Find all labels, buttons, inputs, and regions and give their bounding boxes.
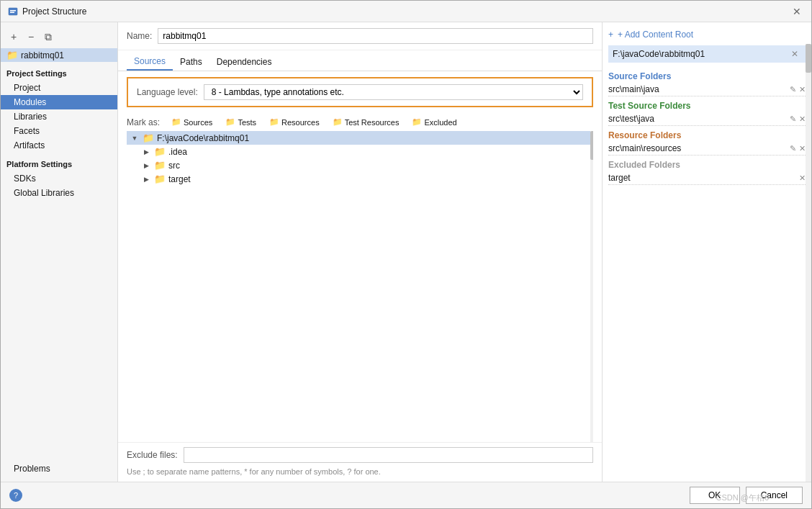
source-folders-item-icons-0: ✎ ✕ (790, 85, 806, 94)
right-panel-content: + + Add Content Root F:\javaCode\rabbitm… (603, 22, 811, 482)
root-folder-icon: 📁 (143, 132, 154, 143)
target-folder-icon: 📁 (154, 174, 166, 184)
sidebar-label-global-libraries: Global Libraries (14, 188, 74, 198)
target-folder-label: target (168, 174, 191, 184)
excluded-folders-title: Excluded Folders (608, 156, 806, 171)
language-level-label: Language level: (137, 87, 198, 97)
tests-btn-label: Tests (238, 118, 256, 127)
tab-sources[interactable]: Sources (127, 53, 173, 71)
test-source-folders-item-0: src\test\java ✎ ✕ (608, 112, 806, 126)
right-panel-scrollbar[interactable] (806, 44, 811, 482)
test-resources-btn-label: Test Resources (345, 118, 400, 127)
svg-rect-1 (10, 10, 16, 12)
module-folder-icon: 📁 (6, 50, 18, 60)
src-folder-icon: 📁 (154, 160, 166, 171)
resource-folders-item-0: src\main\resources ✎ ✕ (608, 142, 806, 156)
mark-as-row: Mark as: 📁 Sources 📁 Tests 📁 Resources 📁… (118, 113, 602, 131)
resource-folders-item-icons-0: ✎ ✕ (790, 144, 806, 153)
name-row: Name: (118, 22, 602, 50)
svg-rect-2 (10, 12, 14, 13)
tests-folder-icon: 📁 (225, 117, 235, 127)
mark-resources-button[interactable]: 📁 Resources (265, 116, 324, 128)
sidebar-toolbar: + − ⧉ (1, 28, 117, 48)
language-level-select[interactable]: 8 - Lambdas, type annotations etc. 7 - D… (204, 84, 583, 100)
tabs-row: Sources Paths Dependencies (118, 50, 602, 71)
mark-tests-button[interactable]: 📁 Tests (221, 116, 261, 128)
excluded-folder-icon: 📁 (412, 117, 422, 127)
expand-icon-target: ▶ (141, 174, 151, 184)
resources-folder-icon: 📁 (269, 117, 279, 127)
add-content-root-button[interactable]: + + Add Content Root (608, 28, 806, 45)
tree-item-target[interactable]: ▶ 📁 target (127, 172, 593, 186)
sidebar-item-libraries[interactable]: Libraries (1, 109, 117, 124)
sidebar-label-sdks: SDKs (14, 174, 36, 184)
test-source-folders-item-icons-0: ✎ ✕ (790, 114, 806, 124)
right-root-close-button[interactable]: ✕ (788, 48, 801, 60)
exclude-files-input[interactable] (184, 447, 593, 463)
right-panel-scrollbar-thumb (806, 44, 811, 73)
tab-dependencies[interactable]: Dependencies (209, 53, 279, 71)
right-panel: + + Add Content Root F:\javaCode\rabbitm… (603, 22, 811, 482)
module-item-rabbitmq01[interactable]: 📁 rabbitmq01 (1, 48, 117, 62)
file-tree-container: ▼ 📁 F:\javaCode\rabbitmq01 ▶ 📁 .idea ▶ 📁 (127, 131, 593, 442)
resource-folders-item-text-0: src\main\resources (608, 143, 787, 153)
tree-item-idea[interactable]: ▶ 📁 .idea (127, 145, 593, 158)
mark-excluded-button[interactable]: 📁 Excluded (407, 116, 461, 128)
sidebar-label-modules: Modules (14, 97, 46, 107)
tab-paths[interactable]: Paths (173, 53, 209, 71)
right-root-path[interactable]: F:\javaCode\rabbitmq01 ✕ (608, 45, 806, 63)
help-button[interactable]: ? (9, 489, 22, 502)
project-icon (8, 6, 18, 17)
title-bar-left: Project Structure (8, 6, 86, 17)
add-content-root-label: + Add Content Root (618, 30, 693, 40)
mark-test-resources-button[interactable]: 📁 Test Resources (328, 116, 404, 128)
sidebar-label-problems: Problems (14, 464, 50, 474)
expand-icon-src: ▶ (141, 161, 151, 171)
tree-scrollbar[interactable] (590, 131, 593, 442)
tree-scrollbar-thumb (590, 131, 593, 160)
mark-as-label: Mark as: (127, 117, 160, 127)
platform-settings-header: Platform Settings (1, 153, 117, 171)
sidebar-item-project[interactable]: Project (1, 81, 117, 95)
remove-icon-src-test-java[interactable]: ✕ (799, 114, 806, 124)
sidebar-item-problems[interactable]: Problems (1, 461, 117, 476)
edit-icon-src-main-resources[interactable]: ✎ (790, 144, 796, 153)
tree-item-src[interactable]: ▶ 📁 src (127, 158, 593, 172)
main-content: + − ⧉ 📁 rabbitmq01 Project Settings Proj… (1, 22, 811, 482)
test-source-folders-item-text-0: src\test\java (608, 114, 787, 124)
remove-module-button[interactable]: − (24, 30, 38, 44)
edit-icon-src-test-java[interactable]: ✎ (790, 114, 796, 124)
module-label: rabbitmq01 (21, 50, 64, 60)
close-button[interactable]: ✕ (790, 4, 804, 19)
name-input[interactable] (158, 28, 593, 44)
excluded-folders-item-text-0: target (608, 173, 796, 183)
center-panel: Name: Sources Paths Dependencies Languag… (118, 22, 603, 482)
watermark: CSDN @午桔6 (716, 492, 769, 503)
sidebar-label-artifacts: Artifacts (14, 140, 45, 150)
remove-icon-target[interactable]: ✕ (799, 174, 806, 183)
test-resources-folder-icon: 📁 (333, 117, 343, 127)
name-label: Name: (127, 31, 152, 41)
exclude-hint: Use ; to separate name patterns, * for a… (118, 467, 602, 482)
remove-icon-src-main-java[interactable]: ✕ (799, 85, 806, 94)
remove-icon-src-main-resources[interactable]: ✕ (799, 144, 806, 153)
sidebar-item-facets[interactable]: Facets (1, 124, 117, 138)
file-tree: ▼ 📁 F:\javaCode\rabbitmq01 ▶ 📁 .idea ▶ 📁 (127, 131, 593, 186)
add-module-button[interactable]: + (6, 30, 21, 44)
src-folder-label: src (168, 161, 180, 171)
mark-sources-button[interactable]: 📁 Sources (167, 116, 217, 128)
excluded-folders-item-icons-0: ✕ (799, 174, 806, 183)
project-structure-dialog: Project Structure ✕ + − ⧉ 📁 rabbitmq01 P… (0, 0, 812, 509)
copy-module-button[interactable]: ⧉ (41, 30, 55, 44)
exclude-files-label: Exclude files: (127, 450, 178, 460)
root-folder-label: F:\javaCode\rabbitmq01 (157, 133, 249, 143)
resource-folders-title: Resource Folders (608, 126, 806, 142)
sidebar-item-artifacts[interactable]: Artifacts (1, 138, 117, 153)
right-root-path-label: F:\javaCode\rabbitmq01 (613, 49, 705, 59)
tree-root-item[interactable]: ▼ 📁 F:\javaCode\rabbitmq01 (127, 131, 593, 145)
sources-btn-label: Sources (184, 118, 212, 127)
sidebar-item-global-libraries[interactable]: Global Libraries (1, 186, 117, 200)
sidebar-item-modules[interactable]: Modules (1, 95, 117, 109)
sidebar-item-sdks[interactable]: SDKs (1, 171, 117, 186)
edit-icon-src-main-java[interactable]: ✎ (790, 85, 796, 94)
